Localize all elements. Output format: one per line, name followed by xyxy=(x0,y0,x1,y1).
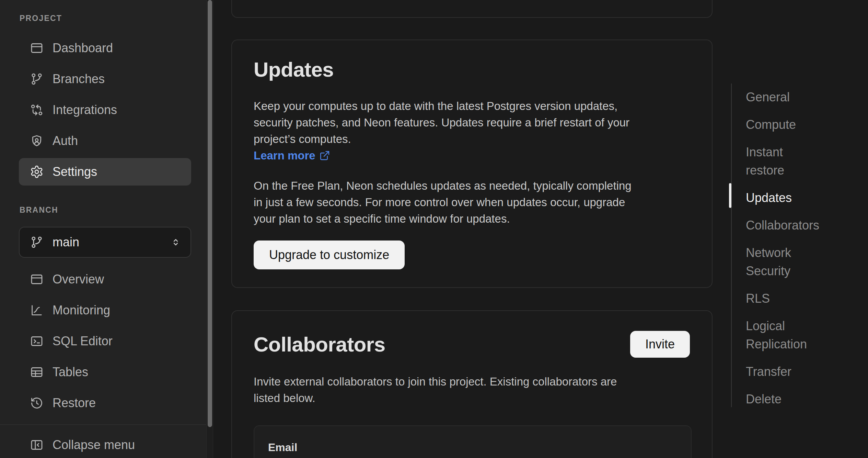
sidebar-item-label: Monitoring xyxy=(53,303,110,317)
paragraph-line-prefix: project’s computes. xyxy=(254,131,629,147)
updates-card: Updates Keep your computes up to date wi… xyxy=(231,40,713,288)
sidebar-item-label: Overview xyxy=(53,272,104,287)
git-branch-icon xyxy=(30,235,44,249)
active-nav-indicator xyxy=(729,183,731,208)
updates-paragraph-1: Keep your computes up to date with the l… xyxy=(254,98,629,164)
sidebar-item-settings[interactable]: Settings xyxy=(19,158,191,186)
chevron-up-down-icon xyxy=(169,236,182,249)
collaborators-card: Collaborators Invite Invite external col… xyxy=(231,310,713,458)
paragraph-line: On the Free Plan, Neon schedules updates… xyxy=(254,178,632,194)
paragraph-line: Invite external collaborators to join th… xyxy=(254,373,617,390)
collapse-menu-label: Collapse menu xyxy=(53,438,135,452)
paragraph-line: security patches, and Neon features. Upd… xyxy=(254,114,629,131)
collapse-menu-button[interactable]: Collapse menu xyxy=(19,431,191,458)
sidebar-item-label: Tables xyxy=(53,365,88,379)
sidebar-item-label: Auth xyxy=(53,134,78,148)
sidebar-item-label: Integrations xyxy=(53,103,117,117)
branch-section-label: BRANCH xyxy=(20,205,58,215)
neon-console-page: PROJECT Dashboard Branches Integrations xyxy=(0,0,868,458)
restore-history-icon xyxy=(30,396,44,410)
previous-card-partial xyxy=(231,0,713,18)
upgrade-to-customize-button[interactable]: Upgrade to customize xyxy=(254,241,405,269)
sidebar-item-label: Settings xyxy=(53,165,97,179)
sidebar-item-tables[interactable]: Tables xyxy=(19,358,191,386)
panel-collapse-icon xyxy=(30,438,44,452)
settings-section-nav: General Compute Instant restore Updates … xyxy=(731,83,824,407)
paragraph-line: listed below. xyxy=(254,390,617,406)
updates-paragraph-2: On the Free Plan, Neon schedules updates… xyxy=(254,178,632,227)
external-link-icon xyxy=(319,150,331,161)
sidebar-item-auth[interactable]: Auth xyxy=(19,127,191,155)
settings-nav-rls[interactable]: RLS xyxy=(746,289,823,308)
collaborators-card-title: Collaborators xyxy=(254,332,385,357)
learn-more-label: Learn more xyxy=(254,147,315,164)
collaborators-table: Email xyxy=(254,425,692,458)
settings-content: Updates Keep your computes up to date wi… xyxy=(213,0,868,458)
project-nav: Dashboard Branches Integrations Auth xyxy=(19,34,191,189)
learn-more-link[interactable]: Learn more xyxy=(254,147,331,164)
paragraph-line: your plan to set a specific time window … xyxy=(254,211,632,227)
sidebar-item-label: SQL Editor xyxy=(53,334,113,348)
project-sidebar: PROJECT Dashboard Branches Integrations xyxy=(0,0,206,458)
sidebar-item-monitoring[interactable]: Monitoring xyxy=(19,297,191,324)
email-column-header: Email xyxy=(268,441,297,454)
sidebar-divider xyxy=(0,424,206,425)
sidebar-scrollbar-track xyxy=(206,0,213,458)
sidebar-item-sql-editor[interactable]: SQL Editor xyxy=(19,327,191,355)
collaborators-description: Invite external collaborators to join th… xyxy=(254,373,617,406)
paragraph-line: project’s computes. Learn more xyxy=(254,131,629,164)
paragraph-line: Keep your computes up to date with the l… xyxy=(254,98,629,114)
sidebar-item-label: Restore xyxy=(53,396,96,410)
sidebar-item-label: Branches xyxy=(53,72,105,86)
sidebar-item-restore[interactable]: Restore xyxy=(19,389,191,417)
settings-nav-transfer[interactable]: Transfer xyxy=(746,362,823,381)
gear-icon xyxy=(30,165,44,179)
project-section-label: PROJECT xyxy=(20,14,62,23)
paragraph-line: in just a few seconds. For more control … xyxy=(254,194,632,211)
branch-selector-value: main xyxy=(53,235,79,249)
integrations-icon xyxy=(30,103,44,117)
git-branch-icon xyxy=(30,72,44,86)
sidebar-item-overview[interactable]: Overview xyxy=(19,266,191,293)
sidebar-scrollbar-thumb[interactable] xyxy=(208,0,212,427)
sql-terminal-icon xyxy=(30,334,44,348)
tables-grid-icon xyxy=(30,365,44,379)
settings-nav-instant-restore[interactable]: Instant restore xyxy=(746,143,823,179)
updates-card-title: Updates xyxy=(254,57,334,82)
settings-nav-compute[interactable]: Compute xyxy=(746,115,823,134)
settings-nav-updates[interactable]: Updates xyxy=(746,189,823,207)
dashboard-icon xyxy=(30,41,44,55)
sidebar-item-branches[interactable]: Branches xyxy=(19,65,191,93)
branch-nav: Overview Monitoring SQL Editor Tables xyxy=(19,266,191,420)
sidebar-item-label: Dashboard xyxy=(53,41,113,55)
settings-nav-network-security[interactable]: Network Security xyxy=(746,244,823,280)
settings-nav-delete[interactable]: Delete xyxy=(746,390,823,408)
branch-selector[interactable]: main xyxy=(19,227,191,258)
monitoring-chart-icon xyxy=(30,303,44,317)
invite-button[interactable]: Invite xyxy=(630,331,690,358)
sidebar-item-dashboard[interactable]: Dashboard xyxy=(19,34,191,62)
auth-shield-icon xyxy=(30,134,44,148)
settings-nav-general[interactable]: General xyxy=(746,88,823,106)
settings-nav-logical-replication[interactable]: Logical Replication xyxy=(746,317,823,353)
sidebar-item-integrations[interactable]: Integrations xyxy=(19,96,191,124)
settings-nav-label: Updates xyxy=(746,191,792,205)
overview-icon xyxy=(30,272,44,286)
settings-nav-collaborators[interactable]: Collaborators xyxy=(746,216,823,234)
